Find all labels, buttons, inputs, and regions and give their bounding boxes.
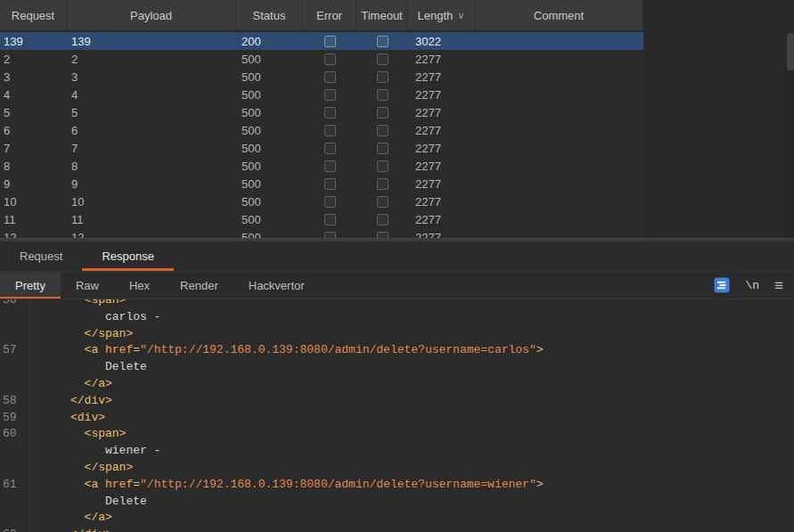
cell-request: 5 [0, 103, 67, 121]
cell-length: 2277 [408, 175, 475, 192]
cell-status: 500 [236, 68, 303, 86]
col-header-comment[interactable]: Comment [475, 0, 643, 30]
timeout-checkbox[interactable] [377, 53, 389, 65]
error-checkbox[interactable] [324, 143, 336, 154]
cell-length: 2277 [408, 86, 475, 103]
error-checkbox[interactable] [324, 196, 336, 208]
cell-length: 2277 [408, 192, 475, 210]
table-row[interactable]: 225002277 [0, 50, 643, 68]
cell-status: 200 [236, 32, 303, 50]
cell-length: 2277 [408, 210, 475, 228]
cell-status: 500 [236, 210, 303, 228]
cell-payload: 3 [67, 68, 236, 86]
table-row[interactable]: 1391392003022 [0, 32, 643, 50]
error-checkbox[interactable] [324, 89, 336, 101]
cell-comment [475, 157, 643, 175]
timeout-checkbox[interactable] [377, 160, 389, 172]
table-row[interactable]: 665002277 [0, 121, 643, 139]
col-header-timeout[interactable]: Timeout [356, 0, 408, 30]
code-line: 57 <a href="/http://192.168.0.139:8080/a… [0, 342, 794, 359]
subtab-raw[interactable]: Raw [61, 272, 114, 299]
response-editor[interactable]: 56 <span> carlos - </span>57 <a href="/h… [0, 299, 794, 532]
prettify-icon[interactable] [714, 277, 730, 293]
error-checkbox[interactable] [324, 71, 336, 83]
col-header-payload[interactable]: Payload [67, 0, 236, 30]
table-row[interactable]: 555002277 [0, 103, 643, 121]
cell-error [303, 121, 356, 139]
table-row[interactable]: 885002277 [0, 157, 643, 175]
col-header-length[interactable]: Length ∨ [408, 0, 475, 30]
cell-comment [475, 86, 643, 103]
timeout-checkbox[interactable] [377, 232, 389, 239]
cell-timeout [356, 121, 408, 139]
line-number [0, 376, 30, 393]
show-newlines-icon[interactable]: \n [745, 279, 759, 292]
timeout-checkbox[interactable] [377, 196, 389, 208]
table-row[interactable]: 775002277 [0, 139, 643, 157]
error-checkbox[interactable] [324, 214, 336, 225]
subtab-render[interactable]: Render [165, 272, 233, 299]
subtab-pretty[interactable]: Pretty [0, 272, 61, 299]
line-content: Delete [30, 494, 147, 511]
cell-status: 500 [236, 139, 303, 157]
timeout-checkbox[interactable] [377, 125, 389, 136]
line-content: carlos - [30, 309, 160, 326]
timeout-checkbox[interactable] [377, 178, 389, 190]
table-row[interactable]: 12125002277 [0, 228, 643, 238]
cell-request: 139 [0, 32, 67, 50]
error-checkbox[interactable] [324, 53, 336, 65]
table-row[interactable]: 995002277 [0, 175, 643, 192]
error-checkbox[interactable] [324, 178, 336, 190]
col-header-status[interactable]: Status [236, 0, 303, 30]
code-line: 58 </div> [0, 393, 794, 410]
cell-payload: 7 [67, 139, 236, 157]
line-content: wiener - [30, 443, 160, 460]
timeout-checkbox[interactable] [377, 71, 389, 83]
table-row[interactable]: 10105002277 [0, 192, 643, 210]
tab-response[interactable]: Response [82, 241, 174, 271]
cell-payload: 12 [67, 228, 236, 238]
cell-error [303, 192, 356, 210]
results-scrollbar-thumb[interactable] [787, 33, 794, 70]
timeout-checkbox[interactable] [377, 143, 389, 154]
cell-error [303, 32, 356, 50]
error-checkbox[interactable] [324, 160, 336, 172]
col-header-request[interactable]: Request [0, 0, 67, 30]
cell-status: 500 [236, 50, 303, 68]
table-row[interactable]: 335002277 [0, 68, 643, 86]
cell-error [303, 86, 356, 103]
col-header-error[interactable]: Error [303, 0, 356, 30]
subtab-hex[interactable]: Hex [114, 272, 165, 299]
code-line: 60 <span> [0, 426, 794, 443]
cell-length: 2277 [408, 50, 475, 68]
tab-request[interactable]: Request [0, 241, 82, 271]
timeout-checkbox[interactable] [377, 89, 389, 101]
error-checkbox[interactable] [324, 232, 336, 239]
cell-comment [475, 121, 643, 139]
cell-length: 2277 [408, 139, 475, 157]
sort-descending-icon: ∨ [457, 11, 464, 20]
cell-request: 10 [0, 192, 67, 210]
table-row[interactable]: 11115002277 [0, 210, 643, 228]
cell-timeout [356, 175, 408, 192]
line-content: <a href="/http://192.168.0.139:8080/admi… [30, 477, 544, 494]
subtab-hackvertor[interactable]: Hackvertor [233, 272, 320, 299]
message-viewer-panel: Request Response Pretty Raw Hex Render H… [0, 241, 794, 532]
line-number [0, 443, 30, 460]
cell-payload: 5 [67, 103, 236, 121]
editor-menu-icon[interactable]: ≡ [774, 278, 783, 293]
results-scrollbar[interactable] [787, 32, 794, 238]
timeout-checkbox[interactable] [377, 36, 389, 47]
timeout-checkbox[interactable] [377, 107, 389, 119]
table-row[interactable]: 445002277 [0, 86, 643, 103]
line-number: 60 [0, 426, 30, 443]
cell-length: 2277 [408, 103, 475, 121]
cell-timeout [356, 157, 408, 175]
results-table: Request Payload Status Error Timeout Len… [0, 0, 643, 238]
error-checkbox[interactable] [324, 125, 336, 136]
timeout-checkbox[interactable] [377, 214, 389, 225]
code-line: Delete [0, 359, 794, 376]
line-number: 61 [0, 477, 30, 494]
error-checkbox[interactable] [324, 107, 336, 119]
error-checkbox[interactable] [324, 36, 336, 47]
